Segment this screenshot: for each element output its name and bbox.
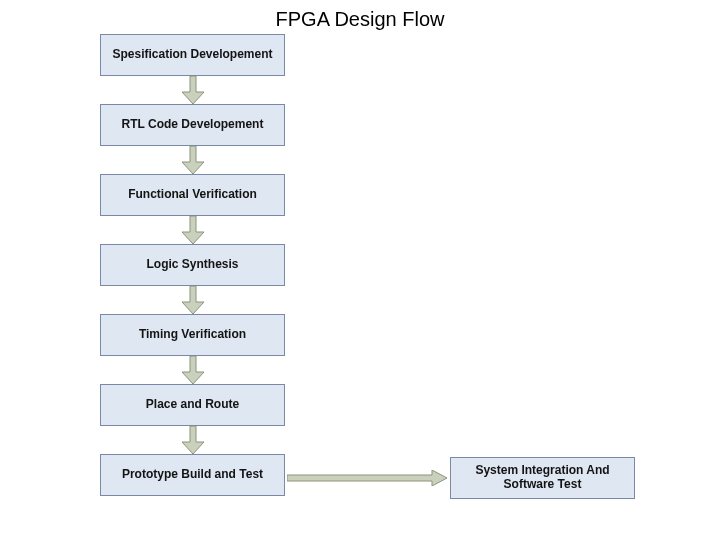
svg-marker-0 <box>182 76 204 104</box>
arrow-down-icon <box>100 426 285 454</box>
step-system-integration: System Integration And Software Test <box>450 457 635 499</box>
svg-marker-6 <box>287 470 447 486</box>
step-label: RTL Code Developement <box>122 118 264 132</box>
diagram-title: FPGA Design Flow <box>0 8 720 31</box>
step-label: Logic Synthesis <box>146 258 238 272</box>
arrow-down-icon <box>100 216 285 244</box>
arrow-down-icon <box>100 76 285 104</box>
step-timing-verification: Timing Verification <box>100 314 285 356</box>
step-functional-verification: Functional Verification <box>100 174 285 216</box>
step-rtl: RTL Code Developement <box>100 104 285 146</box>
arrow-down-icon <box>100 286 285 314</box>
step-label: Timing Verification <box>139 328 246 342</box>
step-label: Spesification Developement <box>112 48 272 62</box>
step-specification: Spesification Developement <box>100 34 285 76</box>
svg-marker-2 <box>182 216 204 244</box>
step-label: Functional Verification <box>128 188 257 202</box>
arrow-down-icon <box>100 146 285 174</box>
arrow-right-icon <box>287 470 447 486</box>
arrow-down-icon <box>100 356 285 384</box>
step-label: Place and Route <box>146 398 239 412</box>
step-prototype: Prototype Build and Test <box>100 454 285 496</box>
svg-marker-5 <box>182 426 204 454</box>
svg-marker-1 <box>182 146 204 174</box>
svg-marker-3 <box>182 286 204 314</box>
svg-marker-4 <box>182 356 204 384</box>
step-label: Prototype Build and Test <box>122 468 263 482</box>
step-label: System Integration And Software Test <box>451 464 634 492</box>
step-logic-synthesis: Logic Synthesis <box>100 244 285 286</box>
step-place-route: Place and Route <box>100 384 285 426</box>
flow-column: Spesification Developement RTL Code Deve… <box>100 34 285 496</box>
